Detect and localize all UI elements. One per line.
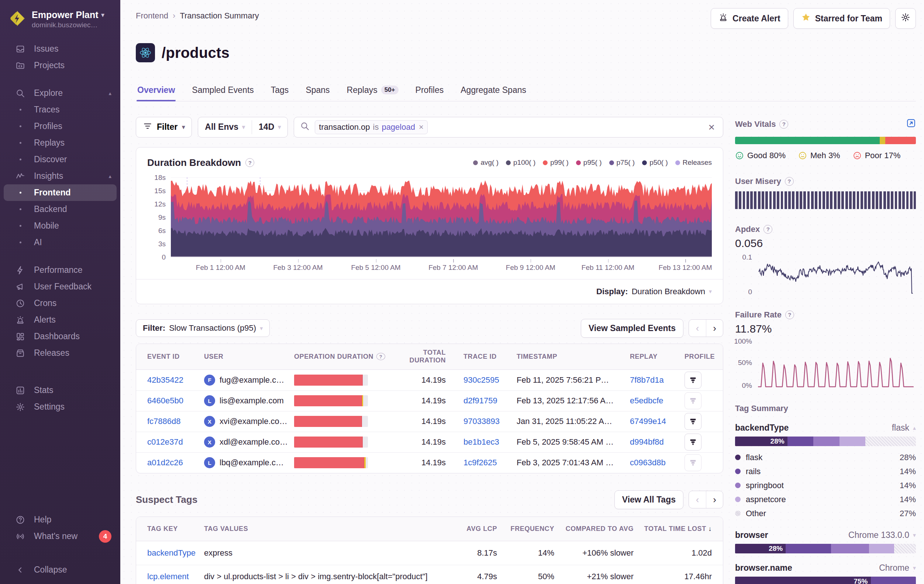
help-icon[interactable]: ? — [246, 158, 254, 167]
sidebar-item-mobile[interactable]: Mobile — [4, 217, 117, 234]
sidebar-item-settings[interactable]: Settings — [4, 398, 117, 415]
sidebar-item-backend[interactable]: Backend — [4, 201, 117, 217]
tab-tags[interactable]: Tags — [270, 83, 290, 101]
display-dropdown[interactable]: Duration Breakdown ▾ — [632, 287, 712, 296]
legend-item[interactable]: p99( ) — [543, 158, 569, 167]
sidebar-item-frontend[interactable]: Frontend — [4, 184, 117, 201]
avatar: F — [204, 375, 215, 386]
trace-id-link[interactable]: 930c2595 — [464, 375, 499, 385]
help-icon[interactable]: ? — [376, 353, 385, 360]
profiling-icon — [689, 438, 697, 446]
settings-button[interactable] — [895, 8, 916, 29]
legend-item[interactable]: Releases — [675, 158, 712, 167]
view-sampled-events-button[interactable]: View Sampled Events — [581, 319, 683, 338]
org-switcher[interactable]: Empower Plant ▾ dominik.buszowiec… — [0, 0, 120, 37]
sidebar-item-explore[interactable]: Explore ▴ — [4, 85, 117, 101]
help-icon[interactable]: ? — [785, 177, 794, 186]
token-remove-icon[interactable]: × — [418, 122, 424, 132]
env-dropdown[interactable]: All Envs ▾ — [198, 117, 252, 137]
profile-button[interactable] — [685, 372, 701, 388]
sidebar-item-what-s-new[interactable]: What's new 4 — [4, 528, 117, 545]
view-all-tags-button[interactable]: View All Tags — [614, 490, 683, 509]
legend-item[interactable]: p100( ) — [506, 158, 535, 167]
tab-spans[interactable]: Spans — [305, 83, 330, 101]
table-row: 6460e5b0 L lis@example.com 14.19s d2f917… — [136, 390, 723, 411]
transactions-filter-dropdown[interactable]: Filter: Slow Transactions (p95) ▾ — [136, 319, 270, 337]
help-icon[interactable]: ? — [779, 120, 788, 129]
trace-id-link[interactable]: 97033893 — [464, 416, 500, 426]
sidebar-item-ai[interactable]: AI — [4, 234, 117, 251]
sidebar-item-user-feedback[interactable]: User Feedback — [4, 278, 117, 295]
legend-item[interactable]: avg( ) — [473, 158, 498, 167]
timestamp: Jan 31, 2025 11:05:22 A… — [516, 416, 630, 426]
sidebar-item-issues[interactable]: Issues — [4, 41, 117, 57]
search-token[interactable]: transaction.op is pageload × — [315, 120, 428, 134]
col-total-time-lost[interactable]: TOTAL TIME LOST ↓ — [634, 525, 712, 533]
profile-button[interactable] — [685, 454, 701, 471]
date-range-dropdown[interactable]: 14D ▾ — [252, 117, 287, 137]
tag-value-dropdown[interactable]: Chrome 133.0.0▾ — [848, 530, 916, 540]
event-id-link[interactable]: fc7886d8 — [147, 416, 181, 426]
replay-link[interactable]: 7f8b7d1a — [630, 375, 664, 385]
legend-item[interactable]: p50( ) — [642, 158, 668, 167]
sidebar-item-dashboards[interactable]: Dashboards — [4, 328, 117, 345]
tag-key-link[interactable]: backendType — [147, 548, 196, 558]
replay-link[interactable]: c0963d8b — [630, 458, 666, 467]
legend-item[interactable]: p75( ) — [609, 158, 635, 167]
search-clear-icon[interactable]: × — [706, 121, 717, 133]
tab-profiles[interactable]: Profiles — [415, 83, 445, 101]
event-id-link[interactable]: 42b35422 — [147, 375, 183, 385]
profile-button[interactable] — [685, 392, 701, 409]
search-input[interactable]: transaction.op is pageload × × — [294, 117, 723, 138]
sidebar-item-stats[interactable]: Stats — [4, 382, 117, 398]
help-icon[interactable]: ? — [764, 225, 772, 234]
sidebar-item-insights[interactable]: Insights ▴ — [4, 168, 117, 184]
sidebar-item-traces[interactable]: Traces — [4, 101, 117, 118]
next-page-button[interactable]: › — [706, 320, 723, 337]
replay-link[interactable]: d994bf8d — [630, 437, 664, 446]
sidebar-item-discover[interactable]: Discover — [4, 151, 117, 168]
sidebar-item-crons[interactable]: Crons — [4, 295, 117, 311]
breadcrumb-project[interactable]: Frontend — [136, 11, 168, 21]
sidebar-item-performance[interactable]: Performance — [4, 262, 117, 278]
sidebar-item-help[interactable]: Help — [4, 512, 117, 528]
tab-overview[interactable]: Overview — [137, 83, 176, 101]
next-page-button[interactable]: › — [706, 491, 723, 508]
sidebar-item-replays[interactable]: Replays — [4, 135, 117, 151]
event-id-link[interactable]: c012e37d — [147, 437, 183, 446]
chevron-icon: ▾ — [913, 531, 916, 539]
trace-id-link[interactable]: be1b1ec3 — [464, 437, 499, 446]
tag-value-dropdown[interactable]: Chrome▾ — [879, 563, 916, 573]
sidebar-item-alerts[interactable]: Alerts — [4, 311, 117, 328]
transactions-filter-value: Slow Transactions (p95) — [169, 323, 256, 333]
tag-value-dropdown[interactable]: flask▴ — [892, 423, 916, 433]
prev-page-button[interactable]: ‹ — [689, 491, 706, 508]
help-icon[interactable]: ? — [785, 311, 794, 319]
sidebar-item-profiles[interactable]: Profiles — [4, 118, 117, 135]
profile-button[interactable] — [685, 413, 701, 430]
sidebar-item-releases[interactable]: Releases — [4, 345, 117, 361]
filter-dropdown[interactable]: Filter ▾ — [136, 117, 192, 138]
replay-link[interactable]: e5edbcfe — [630, 396, 663, 405]
profile-button[interactable] — [685, 434, 701, 451]
display-label: Display: — [596, 287, 628, 296]
trace-id-link[interactable]: d2f91759 — [464, 396, 497, 405]
tab-sampled-events[interactable]: Sampled Events — [191, 83, 254, 101]
event-id-link[interactable]: a01d2c26 — [147, 458, 183, 467]
legend-item[interactable]: p95( ) — [576, 158, 602, 167]
replay-link[interactable]: 67499e14 — [630, 416, 666, 426]
open-in-new-icon[interactable] — [906, 118, 916, 130]
events-pagination: ‹ › — [688, 319, 723, 337]
tab-replays[interactable]: Replays50+ — [346, 83, 399, 101]
tab-aggregate-spans[interactable]: Aggregate Spans — [460, 83, 527, 101]
tag-legend-item: rails14% — [735, 464, 916, 479]
tag-key-link[interactable]: lcp.element — [147, 572, 189, 581]
create-alert-button[interactable]: Create Alert — [711, 8, 788, 29]
event-id-link[interactable]: 6460e5b0 — [147, 396, 183, 405]
filter-label: Filter — [157, 122, 178, 132]
sidebar-item-collapse[interactable]: Collapse — [4, 561, 117, 578]
trace-id-link[interactable]: 1c9f2625 — [464, 458, 497, 467]
starred-for-team-button[interactable]: Starred for Team — [794, 8, 890, 29]
sidebar-item-projects[interactable]: Projects — [4, 57, 117, 74]
prev-page-button[interactable]: ‹ — [689, 320, 706, 337]
